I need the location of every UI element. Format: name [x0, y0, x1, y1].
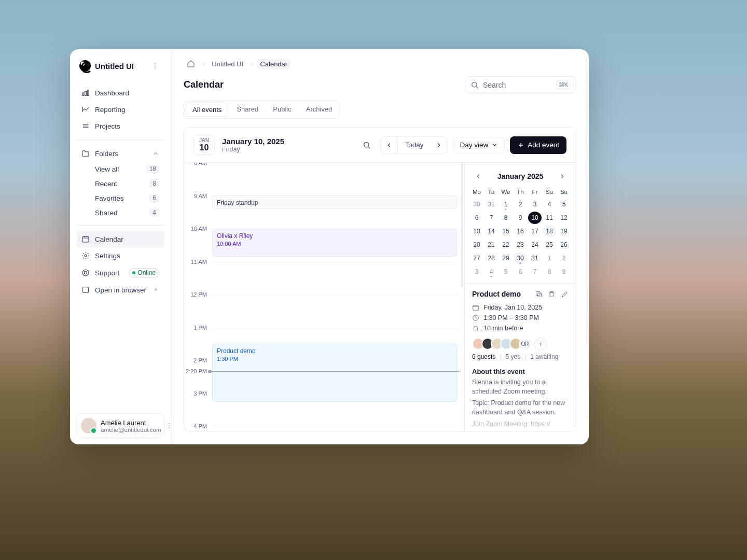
- event-detail: Product demo Friday, Jan 10, 2025 1:30 P…: [465, 284, 576, 431]
- mini-day[interactable]: 20: [470, 239, 483, 251]
- timeline-event[interactable]: Olivia x Riley10:00 AM: [212, 229, 457, 257]
- mini-day[interactable]: 19: [557, 225, 571, 237]
- mini-day[interactable]: 18: [543, 225, 556, 237]
- mini-day[interactable]: 6: [514, 265, 527, 278]
- search-input[interactable]: Search ⌘K: [465, 76, 576, 93]
- mini-day[interactable]: 17: [528, 225, 542, 237]
- mini-day[interactable]: 10: [528, 212, 542, 224]
- nav-dashboard[interactable]: Dashboard: [76, 85, 164, 101]
- mini-day[interactable]: 31: [485, 198, 498, 211]
- mini-day[interactable]: 29: [499, 252, 513, 264]
- mini-day[interactable]: 2: [557, 252, 571, 264]
- add-event-button[interactable]: Add event: [510, 136, 566, 154]
- mini-day[interactable]: 9: [514, 212, 527, 224]
- nav-calendar[interactable]: Calendar: [76, 231, 164, 247]
- view-select[interactable]: Day view: [453, 137, 505, 153]
- nav-label: Support: [95, 269, 119, 277]
- mini-day[interactable]: 21: [485, 239, 498, 251]
- avatar-overflow: OR: [519, 338, 531, 350]
- event-reminder: 10 min before: [483, 325, 523, 332]
- mini-day[interactable]: 9: [557, 265, 571, 278]
- mini-day[interactable]: 12: [557, 212, 571, 224]
- svg-rect-18: [473, 305, 479, 310]
- today-button[interactable]: Today: [397, 137, 431, 153]
- timeline-event[interactable]: Product demo1:30 PM: [212, 344, 457, 402]
- copy-event-button[interactable]: [535, 290, 543, 298]
- mini-day[interactable]: 22: [499, 239, 513, 251]
- mini-day[interactable]: 27: [470, 252, 483, 264]
- nav-projects[interactable]: Projects: [76, 118, 164, 134]
- mini-day[interactable]: 2: [514, 198, 527, 211]
- mini-day[interactable]: 4: [485, 265, 498, 278]
- mini-day[interactable]: 1: [543, 252, 556, 264]
- timeline-event[interactable]: Friday standup: [212, 195, 457, 209]
- mini-next-month[interactable]: [556, 170, 569, 183]
- day-timeline[interactable]: 8 AM9 AM10 AM11 AM12 PM1 PM2 PM3 PM4 PM2…: [184, 163, 464, 431]
- arrow-up-right-icon: [152, 286, 159, 293]
- tab-public[interactable]: Public: [267, 103, 297, 117]
- hour-label: 10 AM: [191, 226, 207, 232]
- nav-settings[interactable]: Settings: [76, 247, 164, 264]
- nav-open-browser[interactable]: Open in browser: [76, 282, 164, 298]
- svg-point-1: [155, 65, 156, 66]
- folder-item[interactable]: Shared4: [76, 205, 164, 220]
- mini-day[interactable]: 8: [499, 212, 513, 224]
- mini-day[interactable]: 13: [470, 225, 483, 237]
- mini-day[interactable]: 4: [543, 198, 556, 211]
- mini-day[interactable]: 8: [543, 265, 556, 278]
- mini-day[interactable]: 14: [485, 225, 498, 237]
- mini-day[interactable]: 7: [485, 212, 498, 224]
- tab-shared[interactable]: Shared: [230, 103, 265, 117]
- sidebar-more-button[interactable]: [149, 60, 161, 72]
- user-card[interactable]: Amélie Laurent amelie@untitledui.com: [76, 413, 164, 438]
- chevron-left-icon: [475, 173, 482, 180]
- mini-day[interactable]: 31: [528, 252, 542, 264]
- breadcrumb-org[interactable]: Untitled UI: [209, 59, 246, 69]
- mini-day[interactable]: 11: [543, 212, 556, 224]
- trash-icon: [548, 290, 556, 298]
- mini-day[interactable]: 5: [499, 265, 513, 278]
- mini-prev-month[interactable]: [472, 170, 485, 183]
- folders-header[interactable]: Folders: [76, 145, 164, 162]
- next-day-button[interactable]: [431, 137, 447, 153]
- mini-day[interactable]: 24: [528, 239, 542, 251]
- mini-day[interactable]: 16: [514, 225, 527, 237]
- mini-day[interactable]: 7: [528, 265, 542, 278]
- folder-item[interactable]: Favorites6: [76, 191, 164, 205]
- mini-day[interactable]: 28: [485, 252, 498, 264]
- mini-day[interactable]: 26: [557, 239, 571, 251]
- mini-dow: Mo: [470, 187, 483, 197]
- svg-point-14: [472, 82, 477, 87]
- hour-label: 12 PM: [190, 291, 207, 298]
- nav-label: Open in browser: [95, 286, 146, 294]
- mini-day[interactable]: 30: [470, 198, 483, 211]
- mini-day[interactable]: 1: [499, 198, 513, 211]
- mini-day[interactable]: 23: [514, 239, 527, 251]
- mini-day[interactable]: 25: [543, 239, 556, 251]
- svg-rect-5: [87, 90, 89, 96]
- mini-day[interactable]: 15: [499, 225, 513, 237]
- folders-label: Folders: [95, 150, 118, 158]
- mini-day[interactable]: 6: [470, 212, 483, 224]
- folder-item[interactable]: View all18: [76, 162, 164, 176]
- lifebuoy-icon: [81, 269, 90, 277]
- mini-day[interactable]: 3: [528, 198, 542, 211]
- add-event-label: Add event: [528, 141, 559, 149]
- user-name: Amélie Laurent: [101, 419, 161, 427]
- scrollbar-thumb[interactable]: [461, 163, 463, 287]
- panel-search-button[interactable]: [358, 137, 375, 153]
- mini-day[interactable]: 30: [514, 252, 527, 264]
- nav-reporting[interactable]: Reporting: [76, 101, 164, 118]
- brand-logo[interactable]: Untitled UI: [79, 60, 134, 72]
- delete-event-button[interactable]: [548, 290, 556, 298]
- mini-day[interactable]: 3: [470, 265, 483, 278]
- add-guest-button[interactable]: +: [534, 338, 547, 350]
- mini-day[interactable]: 5: [557, 198, 571, 211]
- tab-all-events[interactable]: All events: [186, 103, 228, 117]
- folder-item[interactable]: Recent8: [76, 176, 164, 191]
- breadcrumb-home[interactable]: [184, 59, 198, 69]
- tab-archived[interactable]: Archived: [300, 103, 339, 117]
- edit-event-button[interactable]: [561, 290, 569, 298]
- nav-support[interactable]: Support Online: [76, 264, 164, 282]
- prev-day-button[interactable]: [381, 137, 397, 153]
